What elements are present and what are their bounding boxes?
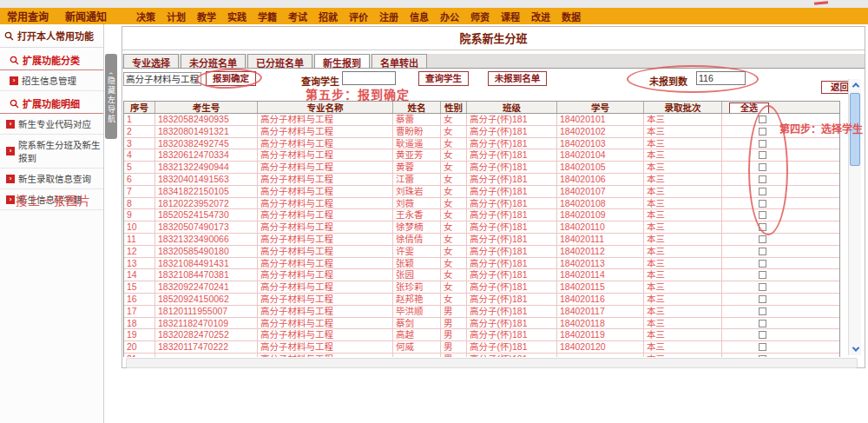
cell-major: 高分子材料与工程 xyxy=(258,149,393,161)
scroll-down-button[interactable] xyxy=(849,343,862,355)
cell-student-id: 184020115 xyxy=(557,281,644,293)
row-checkbox[interactable] xyxy=(759,200,766,208)
cell-exam-id: 18321084470381 xyxy=(155,269,258,281)
nav-item[interactable]: 实践 xyxy=(227,10,247,23)
chevron-down-icon xyxy=(852,344,858,351)
footer-strip xyxy=(126,358,858,368)
sidebar-item[interactable]: › 招生信息管理 xyxy=(0,70,103,91)
top-strip xyxy=(0,0,868,8)
query-student-button[interactable]: 查询学生 xyxy=(418,71,469,86)
tab[interactable]: 新生报到 xyxy=(314,54,370,68)
nav-item[interactable]: 计划 xyxy=(167,10,186,23)
cell-select xyxy=(722,329,839,340)
cell-gender: 男 xyxy=(441,341,467,353)
cell-batch: 本三 xyxy=(644,341,722,353)
nav-item[interactable]: 课程 xyxy=(501,10,520,23)
row-checkbox[interactable] xyxy=(759,116,766,123)
row-checkbox[interactable] xyxy=(759,223,766,231)
not-reported-list-button[interactable]: 未报到名单 xyxy=(488,71,547,86)
tab[interactable]: 已分班名单 xyxy=(247,54,312,68)
row-checkbox[interactable] xyxy=(759,175,766,183)
cell-seq: 9 xyxy=(124,209,155,221)
nav-item[interactable]: 师资 xyxy=(470,10,490,23)
cell-name: 张颖 xyxy=(393,258,441,269)
cell-exam-id: 18321322490944 xyxy=(155,162,258,173)
hide-left-nav-tab[interactable]: ‹隐藏左导航 xyxy=(105,54,117,139)
cell-seq: 14 xyxy=(124,269,155,281)
cell-gender: 男 xyxy=(441,318,467,329)
table-row: 9 18520524154730 高分子材料与工程 王永香 女 高分子(怀)18… xyxy=(124,209,839,221)
row-checkbox[interactable] xyxy=(759,343,766,351)
cell-seq: 12 xyxy=(124,246,155,257)
sidebar-item-label: 院系新生分班及新生报到 xyxy=(18,138,102,164)
tab[interactable]: 未分班名单 xyxy=(181,54,246,68)
sidebar-category-label: 扩展功能分类 xyxy=(23,53,80,67)
cell-gender: 女 xyxy=(441,149,467,161)
nav-featured-item[interactable]: 新闻通知 xyxy=(65,9,107,23)
cell-seq: 1 xyxy=(124,114,155,125)
cell-batch: 本三 xyxy=(644,258,722,269)
cell-major: 高分子材料与工程 xyxy=(258,329,393,340)
row-checkbox[interactable] xyxy=(759,128,766,135)
row-checkbox[interactable] xyxy=(759,163,766,171)
tab[interactable]: 名单转出 xyxy=(372,54,427,68)
table-row: 15 18320922470241 高分子材料与工程 张珍莉 女 高分子(怀)1… xyxy=(124,281,839,294)
row-checkbox[interactable] xyxy=(759,211,766,219)
row-checkbox[interactable] xyxy=(759,320,766,327)
sidebar-section-detail[interactable]: 扩展功能明细 xyxy=(0,91,103,114)
cell-select xyxy=(722,246,839,257)
nav-item[interactable]: 改进 xyxy=(531,10,550,23)
cell-seq: 17 xyxy=(124,306,155,317)
nav-item[interactable]: 数据 xyxy=(562,10,581,23)
panel-header: 院系新生分班 xyxy=(122,27,865,50)
row-checkbox[interactable] xyxy=(759,283,766,291)
nav-featured-item[interactable]: 常用查询 xyxy=(7,9,49,23)
cell-batch: 本三 xyxy=(644,318,722,329)
nav-item[interactable]: 学籍 xyxy=(258,10,277,23)
row-checkbox[interactable] xyxy=(759,235,766,243)
sidebar-item[interactable]: › 新生专业代码对应 xyxy=(0,114,103,135)
nav-item[interactable]: 教学 xyxy=(197,10,216,23)
sidebar-open-common-functions[interactable]: 打开本人常用功能 xyxy=(0,24,103,48)
tab-strip: 专业选择未分班名单已分班名单新生报到名单转出 xyxy=(122,54,865,69)
cell-gender: 女 xyxy=(441,246,467,257)
nav-item[interactable]: 招就 xyxy=(319,10,338,23)
scroll-up-button[interactable] xyxy=(849,79,862,91)
cell-batch: 本三 xyxy=(644,138,722,149)
cell-name: 耿遥遥 xyxy=(393,138,441,149)
not-reported-count-input[interactable] xyxy=(696,71,746,85)
row-checkbox[interactable] xyxy=(759,248,766,255)
cell-gender: 女 xyxy=(441,209,467,221)
cell-name: 黄亚芳 xyxy=(393,149,441,161)
row-checkbox[interactable] xyxy=(759,151,766,159)
tab[interactable]: 专业选择 xyxy=(123,54,179,68)
cell-batch: 本三 xyxy=(644,162,722,173)
sidebar-item[interactable]: › 院系新生分班及新生报到 xyxy=(0,135,103,169)
row-checkbox[interactable] xyxy=(759,140,766,148)
major-select[interactable]: 高分子材料与工程 xyxy=(123,72,201,86)
row-checkbox[interactable] xyxy=(759,188,766,195)
student-query-input[interactable] xyxy=(342,71,396,85)
nav-item[interactable]: 注册 xyxy=(379,10,398,23)
cell-name: 赵邦艳 xyxy=(393,294,441,305)
cell-select xyxy=(722,234,839,245)
row-checkbox[interactable] xyxy=(759,331,766,339)
row-checkbox[interactable] xyxy=(759,355,766,357)
row-checkbox[interactable] xyxy=(759,260,766,268)
cell-student-id: 184020114 xyxy=(557,269,644,281)
nav-item[interactable]: 决策 xyxy=(136,10,155,23)
sidebar-section-category[interactable]: 扩展功能分类 xyxy=(0,48,103,70)
row-checkbox[interactable] xyxy=(759,271,766,279)
nav-item[interactable]: 考试 xyxy=(288,10,307,23)
cell-batch: 本三 xyxy=(644,114,722,125)
select-all-button[interactable]: 全选 xyxy=(729,102,769,113)
sidebar-item[interactable]: › 新生录取信息查询 xyxy=(0,169,103,189)
nav-item[interactable]: 评价 xyxy=(349,10,368,23)
row-checkbox[interactable] xyxy=(759,295,766,303)
nav-item[interactable]: 办公 xyxy=(440,10,459,23)
nav-item[interactable]: 信息 xyxy=(410,10,429,23)
cell-major: 高分子材料与工程 xyxy=(258,221,393,233)
row-checkbox[interactable] xyxy=(759,307,766,315)
cell-seq: 8 xyxy=(124,198,155,209)
report-confirm-button[interactable]: 报到确定 xyxy=(206,71,256,86)
